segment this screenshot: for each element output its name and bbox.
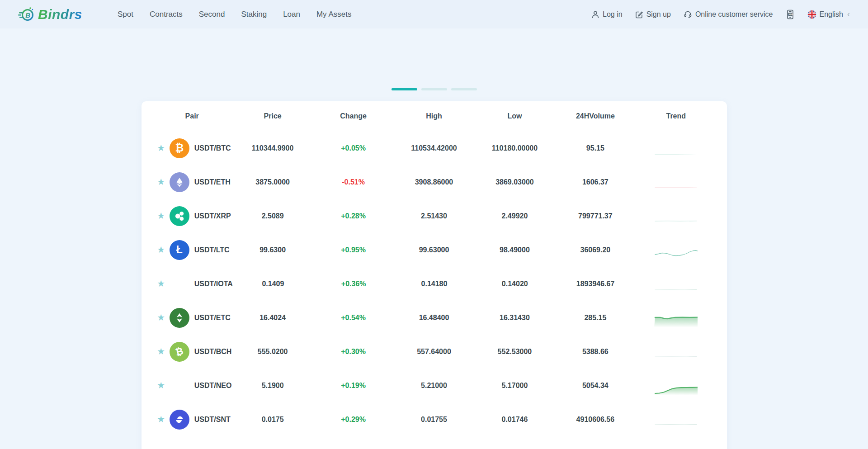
favorite-star-icon[interactable]: ★ <box>158 382 165 389</box>
change-cell: +0.95% <box>313 246 393 254</box>
change-cell: +0.05% <box>313 144 393 152</box>
table-row[interactable]: ★₿USDT/BCH555.0200+0.30%557.64000552.530… <box>152 335 717 369</box>
pair-cell: ★USDT/IOTA <box>152 274 233 294</box>
favorite-star-icon[interactable]: ★ <box>158 348 165 355</box>
table-row[interactable]: ★ŁUSDT/LTC99.6300+0.95%99.6300098.490003… <box>152 233 717 267</box>
pair-cell: ★USDT/NEO <box>152 376 232 396</box>
column-header-low: Low <box>474 112 555 120</box>
pair-cell: ★₿USDT/BTC <box>152 138 232 158</box>
high-cell: 557.64000 <box>394 348 474 356</box>
price-cell: 110344.9900 <box>232 144 313 152</box>
high-cell: 2.51430 <box>394 212 474 220</box>
pair-label: USDT/NEO <box>194 382 232 390</box>
trend-sparkline <box>636 241 716 260</box>
main-nav: Spot Contracts Second Staking Loan My As… <box>118 10 351 19</box>
carousel-dash[interactable] <box>421 88 447 90</box>
table-row[interactable]: ★USDT/IOTA0.1409+0.36%0.141800.140201893… <box>152 267 717 301</box>
signup-label: Sign up <box>646 10 671 19</box>
app-download-button[interactable]: APP <box>786 9 795 19</box>
high-cell: 5.21000 <box>394 382 474 390</box>
table-row[interactable]: ★USDT/ETC16.4024+0.54%16.4840016.3143028… <box>152 301 717 335</box>
hero-banner <box>0 28 868 101</box>
favorite-star-icon[interactable]: ★ <box>158 212 165 220</box>
pair-cell: ★₿USDT/BCH <box>152 342 232 362</box>
nav-item-staking[interactable]: Staking <box>241 10 267 19</box>
snt-coin-icon <box>170 410 189 430</box>
volume-cell: 36069.20 <box>555 246 636 254</box>
price-cell: 16.4024 <box>232 314 313 322</box>
column-header-high: High <box>394 112 474 120</box>
table-row[interactable]: ★USDT/XRP2.5089+0.28%2.514302.4992079977… <box>152 199 717 233</box>
signup-pencil-icon <box>635 10 643 19</box>
trend-sparkline <box>636 274 716 293</box>
low-cell: 16.31430 <box>474 314 555 322</box>
nav-item-loan[interactable]: Loan <box>283 10 300 19</box>
headset-icon <box>684 10 692 19</box>
column-header-pair: Pair <box>152 112 232 120</box>
xrp-coin-icon <box>170 206 189 226</box>
pair-label: USDT/LTC <box>194 246 230 254</box>
price-cell: 2.5089 <box>232 212 313 220</box>
carousel-indicators <box>392 88 477 90</box>
ltc-coin-icon: Ł <box>170 240 189 260</box>
trend-sparkline <box>636 173 716 192</box>
change-cell: +0.29% <box>313 416 393 424</box>
price-cell: 5.1900 <box>232 382 313 390</box>
nav-item-my-assets[interactable]: My Assets <box>316 10 351 19</box>
nav-item-contracts[interactable]: Contracts <box>150 10 183 19</box>
favorite-star-icon[interactable]: ★ <box>158 280 165 288</box>
mobile-app-icon: APP <box>786 9 795 19</box>
brand-logo[interactable]: B Bindrs <box>18 6 82 23</box>
favorite-star-icon[interactable]: ★ <box>158 144 165 152</box>
favorite-star-icon[interactable]: ★ <box>158 416 165 423</box>
pair-cell: ★USDT/XRP <box>152 206 232 226</box>
uk-flag-icon <box>807 10 816 19</box>
volume-cell: 4910606.56 <box>555 416 636 424</box>
favorite-star-icon[interactable]: ★ <box>158 314 165 321</box>
price-cell: 555.0200 <box>232 348 313 356</box>
signup-button[interactable]: Sign up <box>635 10 671 19</box>
language-selector[interactable]: English ‹ <box>807 9 850 19</box>
low-cell: 2.49920 <box>474 212 555 220</box>
low-cell: 552.53000 <box>474 348 555 356</box>
favorite-star-icon[interactable]: ★ <box>158 246 165 254</box>
volume-cell: 95.15 <box>555 144 636 152</box>
table-row[interactable]: ★USDT/NEO5.1900+0.19%5.210005.170005054.… <box>152 369 717 402</box>
table-row[interactable]: ★USDT/SNT0.0175+0.29%0.017550.0174649106… <box>152 402 717 436</box>
pair-cell: ★USDT/SNT <box>152 410 232 430</box>
column-header-change: Change <box>313 112 393 120</box>
navbar-actions: Log in Sign up Online customer service A… <box>591 9 850 19</box>
pair-label: USDT/ETC <box>194 314 231 322</box>
high-cell: 0.01755 <box>394 416 474 424</box>
login-button[interactable]: Log in <box>591 10 623 19</box>
favorite-star-icon[interactable]: ★ <box>158 178 165 186</box>
svg-text:APP: APP <box>788 13 793 15</box>
price-cell: 99.6300 <box>232 246 313 254</box>
table-row[interactable]: ★USDT/ETH3875.0000-0.51%3908.860003869.0… <box>152 165 717 199</box>
trend-sparkline <box>636 376 716 395</box>
change-cell: -0.51% <box>313 178 393 186</box>
table-row[interactable]: ★₿USDT/BTC110344.9900+0.05%110534.420001… <box>152 131 717 165</box>
price-cell: 0.1409 <box>233 280 313 288</box>
bch-coin-icon: ₿ <box>170 342 189 362</box>
pair-label: USDT/ETH <box>194 178 231 186</box>
low-cell: 110180.00000 <box>474 144 555 152</box>
etc-coin-icon <box>170 308 189 328</box>
nav-item-spot[interactable]: Spot <box>118 10 133 19</box>
customer-service-button[interactable]: Online customer service <box>684 10 773 19</box>
pair-cell: ★USDT/ETH <box>152 172 232 192</box>
low-cell: 0.01746 <box>474 416 555 424</box>
carousel-dash[interactable] <box>392 88 417 90</box>
trend-sparkline <box>636 342 716 361</box>
market-table-header: Pair Price Change High Low 24HVolume Tre… <box>152 101 717 131</box>
volume-cell: 5054.34 <box>555 382 636 390</box>
change-cell: +0.54% <box>313 314 393 322</box>
price-cell: 3875.0000 <box>232 178 313 186</box>
pair-label: USDT/BTC <box>194 144 231 152</box>
carousel-dash[interactable] <box>451 88 477 90</box>
nav-item-second[interactable]: Second <box>199 10 225 19</box>
volume-cell: 5388.66 <box>555 348 636 356</box>
pair-label: USDT/BCH <box>194 348 232 356</box>
pair-cell: ★ŁUSDT/LTC <box>152 240 232 260</box>
low-cell: 5.17000 <box>474 382 555 390</box>
